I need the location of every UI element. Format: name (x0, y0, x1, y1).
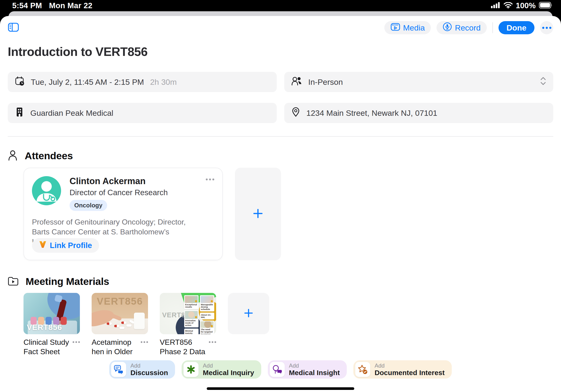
address-value: 1234 Main Street, Newark NJ, 07101 (306, 108, 437, 118)
people-icon (291, 76, 302, 88)
done-button[interactable]: Done (498, 21, 534, 34)
media-icon (390, 22, 400, 33)
meeting-sheet: Media Record (0, 16, 561, 392)
discussion-icon (111, 362, 126, 377)
toolbar-divider (492, 22, 493, 33)
specialty-badge: Oncology (70, 200, 107, 211)
media-button[interactable]: Media (384, 21, 431, 34)
status-time: 5:54 PM (12, 1, 42, 10)
veeva-logo-icon (39, 241, 46, 250)
material-menu-button[interactable] (73, 341, 80, 343)
link-profile-button[interactable]: Link Profile (32, 238, 99, 253)
material-thumbnail-phase2-data[interactable]: VERT856 Exceptional results Innovative m… (160, 293, 216, 334)
action-prefix: Add (289, 362, 340, 369)
home-indicator[interactable] (207, 387, 354, 390)
attendee-role: Director of Cancer Research (70, 188, 214, 197)
ellipsis-icon (141, 341, 142, 343)
medical-insight-icon (270, 362, 285, 377)
sidebar-toggle-button[interactable] (8, 21, 21, 34)
account-field[interactable]: Guardian Peak Medical (8, 103, 277, 123)
thumbnail-brand-text: VERT856 (92, 296, 148, 307)
medical-inquiry-icon (183, 362, 198, 377)
documented-interest-icon (355, 362, 370, 377)
attendee-card[interactable]: Clinton Ackerman Director of Cancer Rese… (23, 168, 223, 260)
calendar-clock-icon (15, 76, 25, 88)
sidebar-icon (8, 22, 19, 33)
ellipsis-icon (73, 341, 74, 343)
add-documented-interest-button[interactable]: Add Documented Interest (353, 360, 452, 379)
more-options-button[interactable] (540, 21, 553, 34)
material-title: VERT856 Phase 2 Data (160, 338, 205, 356)
record-button[interactable]: Record (436, 21, 487, 34)
add-medical-inquiry-button[interactable]: Add Medical Inquiry (182, 360, 261, 379)
meeting-detail-fields: Tue, July 2, 11:45 AM - 2:15 PM 2h 30m I… (8, 72, 553, 123)
attendees-header: Attendees (8, 150, 553, 162)
attendee-menu-button[interactable] (206, 179, 214, 180)
record-button-label: Record (455, 23, 481, 32)
quick-action-bar: Add Discussion Add Medical Inquiry (0, 360, 561, 379)
action-label: Medical Inquiry (203, 369, 254, 377)
chevron-up-down-icon (540, 76, 546, 88)
ellipsis-icon (209, 341, 210, 343)
ellipsis-icon (542, 27, 544, 29)
status-bar: 5:54 PM Mon Mar 22 100% (0, 0, 561, 11)
attendees-section-title: Attendees (25, 150, 73, 162)
section-divider (8, 136, 553, 137)
material-card: VERT856 Exceptional results Innovative m… (160, 293, 216, 356)
material-card: VERT856 Acetaminop hen in Older (92, 293, 148, 356)
action-prefix: Add (203, 362, 254, 369)
material-menu-button[interactable] (141, 341, 148, 343)
material-card: VERT856 Clinical Study Fact Sheet (23, 293, 80, 356)
address-field[interactable]: 1234 Main Street, Newark NJ, 07101 (284, 103, 553, 123)
ellipsis-icon (206, 179, 208, 180)
microphone-icon (442, 22, 452, 33)
done-button-label: Done (507, 23, 527, 32)
add-medical-insight-button[interactable]: Add Medical Insight (268, 360, 347, 379)
action-label: Discussion (130, 369, 168, 377)
material-title: Clinical Study Fact Sheet (23, 338, 69, 356)
battery-icon (539, 2, 552, 9)
datetime-field[interactable]: Tue, July 2, 11:45 AM - 2:15 PM 2h 30m (8, 72, 277, 92)
add-material-button[interactable] (228, 293, 269, 334)
action-prefix: Add (375, 362, 444, 369)
material-thumbnail-clinical-study[interactable]: VERT856 (23, 293, 80, 334)
attendee-name: Clinton Ackerman (70, 176, 214, 186)
thumbnail-brand-text: VERT856 (27, 323, 62, 332)
status-date: Mon Mar 22 (49, 1, 93, 10)
add-attendee-button[interactable] (235, 168, 281, 260)
media-button-label: Media (403, 23, 425, 32)
ipad-screen: 5:54 PM Mon Mar 22 100% (0, 0, 561, 392)
account-value: Guardian Peak Medical (30, 108, 113, 118)
datetime-value: Tue, July 2, 11:45 AM - 2:15 PM (31, 77, 144, 87)
battery-percent: 100% (516, 1, 536, 10)
avatar (32, 176, 61, 205)
doctor-icon (32, 176, 61, 205)
location-pin-icon (291, 107, 300, 119)
action-label: Medical Insight (289, 369, 340, 377)
add-icon (243, 308, 254, 319)
materials-section-title: Meeting Materials (26, 276, 109, 287)
person-icon (8, 150, 18, 162)
link-profile-label: Link Profile (50, 241, 92, 250)
action-label: Documented Interest (375, 369, 444, 377)
material-menu-button[interactable] (209, 341, 216, 343)
folder-play-icon (8, 276, 19, 287)
page-title: Introduction to VERT856 (8, 45, 553, 59)
duration-value: 2h 30m (150, 77, 177, 87)
material-title: Acetaminop hen in Older (92, 338, 132, 356)
meeting-type-select[interactable]: In-Person (284, 72, 553, 92)
building-icon (15, 107, 24, 119)
material-thumbnail-acetaminophen[interactable]: VERT856 (92, 293, 148, 334)
meeting-type-value: In-Person (308, 77, 343, 87)
materials-header: Meeting Materials (8, 276, 553, 287)
materials-row: VERT856 Clinical Study Fact Sheet VERT85… (8, 293, 553, 356)
attendees-row: Clinton Ackerman Director of Cancer Rese… (8, 168, 553, 260)
signal-strength-icon (491, 2, 500, 9)
action-prefix: Add (130, 362, 168, 369)
add-discussion-button[interactable]: Add Discussion (109, 360, 175, 379)
toolbar: Media Record (8, 21, 553, 34)
add-icon (252, 208, 264, 220)
wifi-icon (504, 2, 513, 9)
